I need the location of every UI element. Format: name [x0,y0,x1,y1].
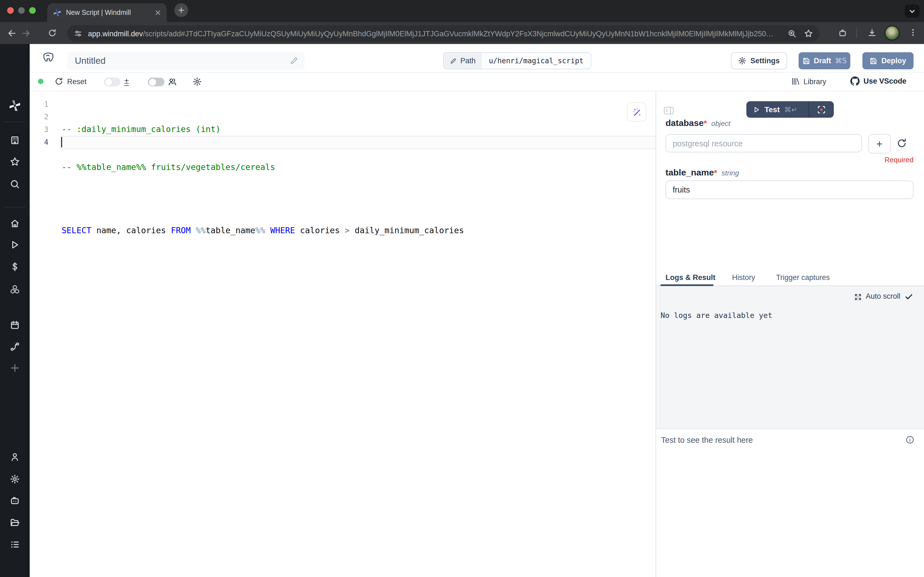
path-button[interactable]: Path u/henri/magical_script [443,52,591,69]
people-icon[interactable] [168,77,177,86]
draft-shortcut: ⌘S [835,56,847,65]
pencil-icon [450,58,457,64]
browser-tab[interactable]: New Script | Windmill [47,3,167,22]
new-tab-button[interactable] [174,3,188,17]
favorites-star-icon[interactable] [10,157,20,167]
line-number-active: 4 [30,136,48,148]
required-asterisk: * [704,118,707,127]
code-line-1: -- :daily_minimum_calories (int) [61,123,464,136]
magic-wand-icon [632,107,642,117]
ai-assistant-button[interactable] [627,102,646,122]
path-label-segment: Path [444,53,482,69]
reload-icon[interactable] [48,29,56,37]
search-icon[interactable] [10,179,20,189]
settings-label: Settings [750,56,780,65]
runs-play-icon[interactable] [10,240,20,250]
workspace-building-icon[interactable] [10,135,20,145]
settings-button[interactable]: Settings [731,52,787,69]
draft-button[interactable]: Draft ⌘S [798,52,850,69]
postgresql-icon [42,52,55,65]
field-type: string [721,169,739,177]
library-icon [791,77,800,86]
home-icon[interactable] [10,218,20,228]
audit-logs-list-icon[interactable] [10,540,20,550]
deploy-button[interactable]: Deploy [863,52,914,69]
logs-panel [656,286,924,429]
variables-dollar-icon[interactable] [10,262,20,272]
check-icon [905,293,913,301]
capture-test-button[interactable] [809,101,834,118]
forward-icon[interactable] [21,28,31,38]
users-person-icon[interactable] [10,452,20,462]
folders-icon[interactable] [10,517,20,527]
profile-avatar[interactable] [884,25,900,41]
url-bar[interactable]: app.windmill.dev /scripts/add#JTdCJTIyaG… [67,25,819,42]
create-plus-icon[interactable] [10,363,20,373]
screen: New Script | Windmill ap [0,0,924,577]
test-button[interactable]: Test ⌘↵ [746,101,809,118]
download-icon[interactable] [868,28,877,37]
app-sidebar [0,44,30,577]
test-label: Test [765,105,780,114]
multiplayer-toggle[interactable] [148,77,164,86]
script-summary-input[interactable]: Untitled [67,52,305,70]
resources-cubes-icon[interactable] [10,284,20,294]
field-name: table_name [665,168,714,177]
reset-label: Reset [67,77,87,85]
close-window-button[interactable] [7,7,14,14]
auto-scroll-label[interactable]: Auto scroll [866,292,900,300]
refresh-resources-icon[interactable] [897,138,907,148]
triggers-route-icon[interactable] [10,342,20,351]
database-field-label-row: database* object [665,118,731,128]
workers-robot-icon[interactable] [10,496,20,506]
use-vscode-button[interactable]: Use VScode [850,76,906,86]
diff-icon[interactable]: ± [124,76,129,86]
field-type: object [711,119,730,127]
avatar [885,26,899,40]
extensions-icon[interactable] [838,29,847,37]
save-floppy-icon [870,57,877,64]
site-info-icon[interactable] [74,29,82,38]
bookmark-star-icon[interactable] [804,29,813,38]
library-button[interactable]: Library [791,77,826,86]
minimize-window-button[interactable] [18,7,25,14]
back-icon[interactable] [7,28,16,38]
browser-titlebar: New Script | Windmill [0,0,924,22]
reset-button[interactable]: Reset [55,77,87,86]
tab-trigger-captures[interactable]: Trigger captures [776,273,830,282]
zoom-page-icon[interactable] [787,29,797,38]
add-resource-button[interactable]: + [868,134,891,153]
saved-status-dot [38,79,43,84]
required-note: Required [847,156,914,164]
tab-history[interactable]: History [732,273,755,282]
url-path: /scripts/add#JTdCJTIyaGFzaCUyMiUzQSUyMiU… [143,29,777,38]
info-icon[interactable] [905,435,914,445]
table-name-input[interactable]: fruits [665,181,914,199]
tab-logs-result[interactable]: Logs & Result [665,273,716,282]
text-cursor [61,137,62,147]
close-tab-icon[interactable] [155,10,161,16]
schedules-calendar-icon[interactable] [10,320,20,330]
draft-label: Draft [814,56,831,65]
refresh-icon [55,77,63,86]
test-button-group: Test ⌘↵ [746,101,834,118]
editor-settings-gear-icon[interactable] [193,77,202,86]
diff-toggle[interactable] [104,77,121,86]
zoom-window-button[interactable] [29,7,36,14]
collapse-panel-icon[interactable] [663,106,674,116]
script-summary-value: Untitled [75,56,290,66]
edit-pencil-icon [290,56,298,65]
path-label: Path [460,56,476,65]
settings-gear-icon[interactable] [10,474,20,484]
windmill-logo-icon[interactable] [8,99,21,112]
toggle-knob [105,78,112,85]
toolbar-divider [856,28,857,38]
path-value: u/henri/magical_script [482,53,591,69]
result-empty-message: Test to see the result here [661,436,753,445]
url-host: app.windmill.dev [88,29,143,38]
database-resource-input[interactable]: postgresql resource [665,134,862,152]
browser-menu-icon[interactable] [909,28,918,37]
tab-search-button[interactable] [905,5,919,18]
code-editor[interactable]: -- :daily_minimum_calories (int) -- %%ta… [61,98,464,263]
expand-logs-icon[interactable] [854,293,862,301]
